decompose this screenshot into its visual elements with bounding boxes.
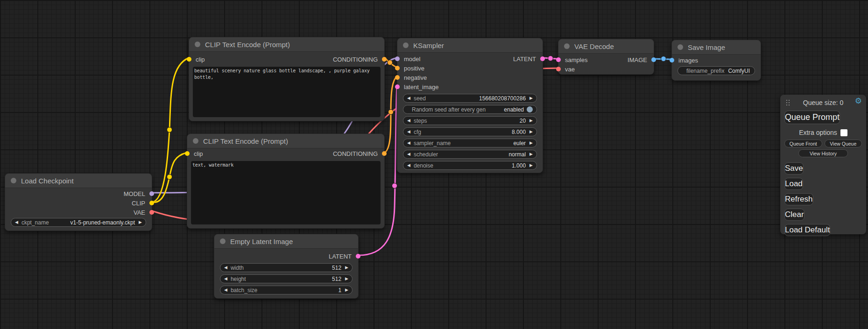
prompt-textarea[interactable]: text, watermark	[191, 161, 381, 224]
widget-ckpt-name[interactable]: ◀ ckpt_name v1-5-pruned-emaonly.ckpt ▶	[11, 218, 146, 227]
queue-front-button[interactable]: Queue Front	[784, 140, 822, 147]
node-empty-latent-image[interactable]: Empty Latent Image LATENT ◀ width 512 ▶ …	[214, 234, 359, 299]
output-port-latent[interactable]	[356, 254, 360, 259]
collapse-dot-icon[interactable]	[193, 138, 198, 144]
node-graph-canvas[interactable]: Load Checkpoint MODEL CLIP VAE ◀ ckpt_na…	[0, 0, 868, 329]
toggle-enabled-icon[interactable]	[527, 106, 533, 112]
node-save-image[interactable]: Save Image images filename_prefix ComfyU…	[671, 40, 761, 81]
node-title-bar[interactable]: VAE Decode	[558, 39, 654, 54]
collapse-dot-icon[interactable]	[677, 44, 683, 50]
node-title: CLIP Text Encode (Prompt)	[205, 41, 290, 49]
output-port-image[interactable]	[651, 57, 656, 62]
extra-options-checkbox[interactable]	[840, 129, 847, 136]
decrement-arrow-icon[interactable]: ◀	[407, 96, 410, 100]
port-label-conditioning: CONDITIONING	[333, 150, 378, 157]
collapse-dot-icon[interactable]	[195, 42, 200, 47]
output-port-model[interactable]	[149, 191, 154, 196]
queue-prompt-button[interactable]: Queue Prompt	[784, 111, 840, 124]
increment-arrow-icon[interactable]: ▶	[529, 141, 533, 145]
collapse-dot-icon[interactable]	[220, 238, 226, 244]
decrement-arrow-icon[interactable]: ◀	[224, 266, 227, 270]
decrement-arrow-icon[interactable]: ◀	[15, 220, 18, 224]
input-port-samples[interactable]	[556, 57, 561, 62]
widget-width[interactable]: ◀ width 512 ▶	[220, 263, 353, 272]
port-label-model: model	[404, 56, 420, 63]
widget-sampler-name[interactable]: ◀ sampler_name euler ▶	[403, 139, 537, 147]
input-port-vae[interactable]	[556, 67, 561, 71]
widget-random-seed-toggle[interactable]: Random seed after every gen enabled	[403, 105, 537, 114]
output-port-vae[interactable]	[149, 210, 154, 215]
widget-value: 1.000	[437, 162, 526, 169]
output-port-latent[interactable]	[540, 56, 545, 61]
node-title-bar[interactable]: Load Checkpoint	[5, 174, 152, 188]
decrement-arrow-icon[interactable]: ◀	[407, 119, 410, 123]
increment-arrow-icon[interactable]: ▶	[529, 119, 533, 123]
port-label-conditioning: CONDITIONING	[333, 56, 378, 63]
input-port-clip[interactable]	[185, 151, 190, 156]
node-title-bar[interactable]: KSampler	[397, 38, 543, 53]
increment-arrow-icon[interactable]: ▶	[345, 266, 348, 270]
increment-arrow-icon[interactable]: ▶	[529, 163, 533, 168]
input-port-positive[interactable]	[395, 66, 400, 70]
widget-value: 512	[250, 276, 341, 282]
node-ksampler[interactable]: KSampler model LATENT positive negative …	[397, 38, 543, 173]
increment-arrow-icon[interactable]: ▶	[345, 277, 348, 281]
widget-label: ckpt_name	[21, 219, 49, 226]
view-queue-button[interactable]: View Queue	[825, 140, 862, 147]
input-port-latent-image[interactable]	[395, 84, 400, 89]
load-default-button[interactable]: Load Default	[784, 224, 830, 236]
refresh-button[interactable]: Refresh	[784, 193, 813, 205]
node-title: Save Image	[688, 43, 725, 51]
node-title-bar[interactable]: CLIP Text Encode (Prompt)	[187, 134, 384, 148]
node-title-bar[interactable]: Save Image	[672, 40, 761, 55]
widget-scheduler[interactable]: ◀ scheduler normal ▶	[403, 150, 537, 159]
widget-filename-prefix[interactable]: filename_prefix ComfyUI	[677, 66, 755, 75]
gear-icon[interactable]: ⚙	[855, 97, 862, 105]
increment-arrow-icon[interactable]: ▶	[529, 130, 533, 134]
input-port-negative[interactable]	[395, 75, 400, 80]
collapse-dot-icon[interactable]	[403, 42, 409, 48]
collapse-dot-icon[interactable]	[11, 178, 16, 183]
collapse-dot-icon[interactable]	[564, 43, 570, 49]
node-load-checkpoint[interactable]: Load Checkpoint MODEL CLIP VAE ◀ ckpt_na…	[5, 173, 152, 231]
node-clip-text-encode-negative[interactable]: CLIP Text Encode (Prompt) clip CONDITION…	[187, 133, 385, 229]
view-history-button[interactable]: View History	[798, 149, 848, 157]
widget-value: 156680208700286	[430, 95, 526, 102]
decrement-arrow-icon[interactable]: ◀	[407, 130, 410, 134]
port-label-model: MODEL	[124, 190, 145, 197]
input-port-clip[interactable]	[187, 57, 191, 62]
save-button[interactable]: Save	[784, 162, 804, 175]
output-port-conditioning[interactable]	[382, 151, 387, 156]
link-dot	[167, 127, 172, 133]
node-vae-decode[interactable]: VAE Decode samples IMAGE vae	[558, 39, 654, 75]
node-title-bar[interactable]: Empty Latent Image	[214, 234, 358, 249]
widget-seed[interactable]: ◀ seed 156680208700286 ▶	[403, 94, 537, 103]
load-button[interactable]: Load	[784, 178, 803, 190]
decrement-arrow-icon[interactable]: ◀	[407, 152, 410, 156]
clear-button[interactable]: Clear	[784, 209, 804, 221]
queue-panel: Queue size: 0 ⚙ Queue Prompt Extra optio…	[780, 95, 866, 234]
node-title-bar[interactable]: CLIP Text Encode (Prompt)	[189, 37, 384, 52]
input-port-model[interactable]	[395, 56, 400, 61]
widget-cfg[interactable]: ◀ cfg 8.000 ▶	[403, 127, 537, 136]
input-port-images[interactable]	[670, 58, 674, 63]
decrement-arrow-icon[interactable]: ◀	[407, 163, 410, 168]
node-clip-text-encode-positive[interactable]: CLIP Text Encode (Prompt) clip CONDITION…	[189, 37, 385, 121]
increment-arrow-icon[interactable]: ▶	[529, 152, 533, 156]
widget-steps[interactable]: ◀ steps 20 ▶	[403, 116, 537, 125]
prompt-textarea[interactable]: beautiful scenery nature glass bottle la…	[193, 67, 381, 117]
increment-arrow-icon[interactable]: ▶	[139, 220, 142, 224]
queue-size-label: Queue size: 0	[780, 99, 866, 106]
widget-batch-size[interactable]: ◀ batch_size 1 ▶	[220, 286, 353, 294]
widget-height[interactable]: ◀ height 512 ▶	[220, 274, 353, 283]
decrement-arrow-icon[interactable]: ◀	[224, 288, 227, 292]
increment-arrow-icon[interactable]: ▶	[529, 96, 533, 100]
decrement-arrow-icon[interactable]: ◀	[224, 277, 227, 281]
output-port-conditioning[interactable]	[382, 57, 387, 62]
decrement-arrow-icon[interactable]: ◀	[407, 141, 410, 145]
node-title: VAE Decode	[574, 42, 614, 50]
output-port-clip[interactable]	[149, 201, 154, 205]
link-dot	[167, 175, 172, 180]
widget-denoise[interactable]: ◀ denoise 1.000 ▶	[403, 161, 537, 170]
increment-arrow-icon[interactable]: ▶	[345, 288, 348, 292]
